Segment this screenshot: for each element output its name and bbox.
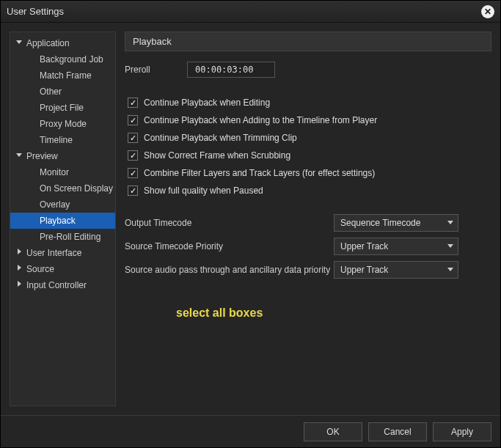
select-row: Source Timecode PriorityUpper Track <box>125 238 491 255</box>
checkbox[interactable]: ✓ <box>128 98 138 108</box>
checkbox-row: ✓Show full quality when Paused <box>128 183 491 198</box>
sidebar-item[interactable]: Overlay <box>10 197 115 213</box>
ok-button[interactable]: OK <box>304 422 362 441</box>
select-row: Source audio pass through and ancillary … <box>125 261 491 279</box>
sidebar-item[interactable]: Playback <box>10 213 115 229</box>
checkbox-label: Show full quality when Paused <box>144 186 263 196</box>
checkbox-row: ✓Show Correct Frame when Scrubbing <box>128 148 491 163</box>
checkbox-label: Continue Playback when Adding to the Tim… <box>144 115 377 125</box>
sidebar-item[interactable]: Proxy Mode <box>10 116 115 132</box>
checkbox[interactable]: ✓ <box>128 115 138 125</box>
preroll-input[interactable]: 00:00:03:00 <box>187 62 275 78</box>
close-icon[interactable]: ✕ <box>481 5 494 18</box>
sidebar-item[interactable]: Project File <box>10 100 115 116</box>
sidebar-item[interactable]: On Screen Display <box>10 180 115 197</box>
checkbox-label: Continue Playback when Editing <box>144 98 270 108</box>
preroll-row: Preroll 00:00:03:00 <box>125 62 491 78</box>
panel-title: Playback <box>125 32 491 51</box>
window-title: User Settings <box>7 6 64 17</box>
dropdown[interactable]: Upper Track <box>334 238 458 255</box>
sidebar-item[interactable]: Other <box>10 84 115 100</box>
select-row: Output TimecodeSequence Timecode <box>125 214 491 232</box>
annotation-text: select all boxes <box>176 306 491 320</box>
sidebar-section[interactable]: Source <box>10 261 115 277</box>
body: ApplicationBackground JobMatch FrameOthe… <box>1 23 500 415</box>
sidebar-section[interactable]: User Interface <box>10 245 115 261</box>
checkbox-row: ✓Continue Playback when Adding to the Ti… <box>128 113 491 128</box>
select-list: Output TimecodeSequence TimecodeSource T… <box>125 208 491 284</box>
footer: OK Cancel Apply <box>1 415 500 447</box>
apply-button[interactable]: Apply <box>433 422 491 441</box>
select-label: Output Timecode <box>125 218 334 228</box>
sidebar-section[interactable]: Preview <box>10 148 115 164</box>
titlebar: User Settings ✕ <box>1 1 500 23</box>
sidebar-section[interactable]: Application <box>10 35 115 51</box>
checkbox[interactable]: ✓ <box>128 150 138 161</box>
checkbox-row: ✓Continue Playback when Editing <box>128 95 491 110</box>
sidebar[interactable]: ApplicationBackground JobMatch FrameOthe… <box>10 32 116 406</box>
sidebar-item[interactable]: Timeline <box>10 132 115 148</box>
sidebar-item[interactable]: Match Frame <box>10 67 115 84</box>
cancel-button[interactable]: Cancel <box>368 422 427 441</box>
checkbox-row: ✓Continue Playback when Trimming Clip <box>128 131 491 145</box>
checkbox[interactable]: ✓ <box>128 168 138 178</box>
sidebar-section[interactable]: Input Controller <box>10 277 115 293</box>
select-label: Source audio pass through and ancillary … <box>125 265 334 275</box>
content-panel: Playback Preroll 00:00:03:00 ✓Continue P… <box>125 32 491 406</box>
checkbox-list: ✓Continue Playback when Editing✓Continue… <box>125 92 491 201</box>
checkbox-label: Combine Filter Layers and Track Layers (… <box>144 168 375 178</box>
select-label: Source Timecode Priority <box>125 241 334 251</box>
checkbox[interactable]: ✓ <box>128 133 138 143</box>
sidebar-item[interactable]: Pre-Roll Editing <box>10 229 115 245</box>
checkbox-label: Show Correct Frame when Scrubbing <box>144 150 290 161</box>
preroll-label: Preroll <box>125 65 187 75</box>
checkbox-label: Continue Playback when Trimming Clip <box>144 133 297 143</box>
settings-window: User Settings ✕ ApplicationBackground Jo… <box>0 0 501 448</box>
checkbox-row: ✓Combine Filter Layers and Track Layers … <box>128 166 491 180</box>
dropdown[interactable]: Upper Track <box>334 261 458 279</box>
sidebar-item[interactable]: Monitor <box>10 164 115 180</box>
sidebar-item[interactable]: Background Job <box>10 51 115 67</box>
checkbox[interactable]: ✓ <box>128 186 138 196</box>
dropdown[interactable]: Sequence Timecode <box>334 214 458 232</box>
